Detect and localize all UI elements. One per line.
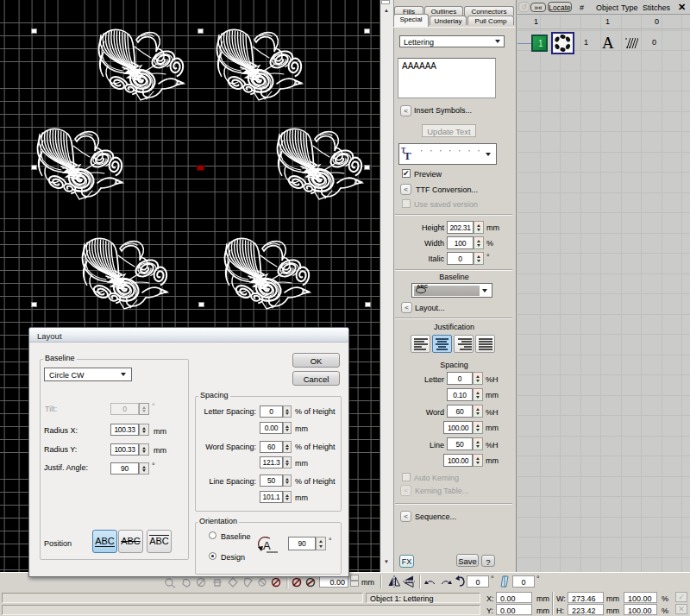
svg-text:A: A xyxy=(263,539,271,552)
